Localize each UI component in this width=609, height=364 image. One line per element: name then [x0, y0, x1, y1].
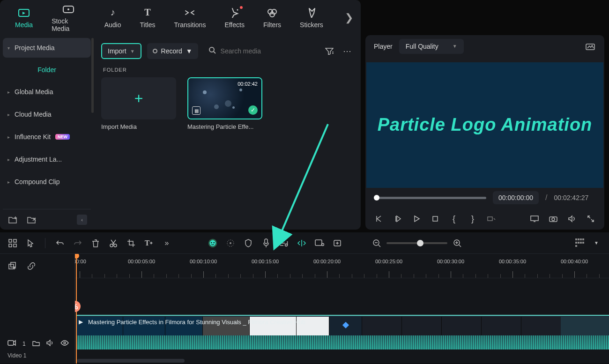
more-icon[interactable]: ⋯: [341, 45, 353, 57]
video-clip[interactable]: ▶ Mastering Particle Effects in Filmora …: [76, 315, 609, 349]
new-folder-icon[interactable]: [7, 214, 19, 226]
mark-out-icon[interactable]: }: [468, 214, 478, 224]
player-viewport[interactable]: Particle Logo Animation: [366, 62, 603, 188]
ai-robot-icon[interactable]: [208, 238, 218, 248]
camera-icon[interactable]: [548, 214, 558, 224]
import-button[interactable]: Import ▼: [101, 43, 141, 59]
link-icon[interactable]: [26, 261, 37, 271]
fullscreen-icon[interactable]: [586, 214, 596, 224]
text-icon[interactable]: T✦: [144, 238, 154, 248]
redo-icon[interactable]: [73, 238, 83, 248]
split-icon[interactable]: [297, 238, 307, 248]
import-label: Import: [108, 47, 126, 55]
svg-rect-23: [14, 239, 16, 242]
progress-track[interactable]: [374, 197, 486, 199]
eye-icon[interactable]: [60, 340, 69, 347]
timeline-horizontal-scrollbar[interactable]: [77, 359, 185, 363]
delete-folder-icon[interactable]: [25, 214, 37, 226]
auto-enhance-icon[interactable]: [225, 238, 236, 248]
tab-label: Audio: [104, 21, 121, 29]
filter-icon[interactable]: [323, 45, 335, 57]
step-back-icon[interactable]: [393, 214, 403, 224]
mute-icon[interactable]: [46, 340, 54, 348]
collapse-sidebar-button[interactable]: ‹: [77, 215, 87, 225]
track-options-icon[interactable]: ▼: [591, 238, 602, 248]
markers-icon[interactable]: [486, 214, 497, 224]
sidebar-item-compound-clip[interactable]: ▸ Compound Clip: [3, 172, 91, 192]
thumbnail-row: + Import Media 00:02:42 ▦: [101, 77, 353, 130]
sidebar-item-project-media[interactable]: ▾ Project Media: [3, 38, 91, 58]
tab-label: Effects: [224, 21, 245, 29]
track-view-icon[interactable]: [575, 238, 585, 248]
sidebar-item-label: Project Media: [15, 44, 55, 52]
microphone-icon[interactable]: [261, 238, 271, 248]
current-timecode[interactable]: 00:00:00:00: [493, 191, 539, 204]
import-card[interactable]: + Import Media: [101, 77, 176, 130]
sidebar-item-influence-kit[interactable]: ▸ Influence Kit NEW: [3, 127, 91, 147]
snapshot-icon[interactable]: [585, 41, 596, 52]
display-icon[interactable]: [529, 214, 540, 224]
zoom-out-icon[interactable]: [371, 238, 382, 248]
audio-icon: ♪: [107, 7, 119, 18]
caret-icon: ▸: [7, 112, 10, 117]
svg-rect-41: [315, 240, 322, 245]
tab-stock-media[interactable]: Stock Media: [52, 3, 86, 32]
screen-record-icon[interactable]: [314, 238, 325, 248]
media-card[interactable]: 00:02:42 ▦ ✓ Mastering Particle Effe...: [187, 77, 262, 130]
tab-audio[interactable]: ♪ Audio: [104, 7, 121, 29]
search-input[interactable]: [221, 47, 291, 55]
caret-icon: ▸: [7, 134, 10, 140]
titles-icon: T: [142, 7, 153, 18]
tab-stickers[interactable]: Stickers: [300, 7, 323, 29]
shield-icon[interactable]: [243, 238, 253, 248]
trash-icon[interactable]: [90, 238, 101, 248]
ruler-label: 00:00:15:00: [252, 259, 279, 264]
timeline-tracks[interactable]: 00:0000:00:05:0000:00:10:0000:00:15:0000…: [75, 254, 609, 364]
crop-icon[interactable]: [126, 238, 136, 248]
cut-icon[interactable]: [108, 238, 119, 248]
music-list-icon[interactable]: [279, 238, 289, 248]
folder-heading: FOLDER: [103, 67, 353, 73]
sidebar-item-label: Adjustment La...: [15, 156, 62, 163]
folder-small-icon[interactable]: [32, 340, 40, 348]
zoom-slider[interactable]: [386, 242, 447, 244]
timeline-ruler[interactable]: 00:0000:00:05:0000:00:10:0000:00:15:0000…: [75, 254, 609, 278]
more-tools-icon[interactable]: »: [162, 238, 172, 248]
top-tabs: Media Stock Media ♪ Audio T Titles Trans…: [0, 0, 361, 35]
mark-in-icon[interactable]: {: [449, 214, 459, 224]
prev-frame-icon[interactable]: [374, 214, 384, 224]
scene-cut-icon[interactable]: [75, 301, 81, 312]
duplicate-icon[interactable]: [7, 261, 18, 271]
sidebar-item-global-media[interactable]: ▸ Global Media: [3, 82, 91, 102]
tab-titles[interactable]: T Titles: [140, 7, 156, 29]
zoom-in-icon[interactable]: [452, 238, 462, 248]
clip-play-icon: ▶: [79, 319, 83, 325]
record-button[interactable]: Record ▼: [147, 43, 198, 59]
svg-rect-53: [9, 264, 14, 269]
ruler-label: 00:00:05:00: [128, 259, 155, 264]
play-icon[interactable]: [411, 214, 422, 224]
tab-filters[interactable]: Filters: [263, 7, 281, 29]
quality-dropdown[interactable]: Full Quality ▼: [399, 39, 464, 54]
more-tabs-button[interactable]: ❯: [342, 10, 356, 25]
volume-icon[interactable]: [567, 214, 577, 224]
sidebar-item-folder[interactable]: Folder: [3, 60, 91, 79]
track-label: Video 1: [7, 352, 67, 359]
thumb-duration: 00:02:42: [238, 81, 258, 87]
sidebar-item-adjustment-layer[interactable]: ▸ Adjustment La...: [3, 149, 91, 169]
svg-rect-57: [8, 341, 14, 345]
progress-knob[interactable]: [374, 195, 379, 201]
svg-rect-54: [11, 262, 15, 267]
tab-transitions[interactable]: Transitions: [174, 7, 206, 29]
panel-layout-icon[interactable]: [7, 238, 18, 248]
zoom-knob[interactable]: [417, 240, 423, 246]
add-keyframe-icon[interactable]: [332, 238, 342, 248]
pointer-icon[interactable]: [25, 238, 36, 248]
clip-type-icon: ▦: [192, 106, 201, 115]
sidebar-item-cloud-media[interactable]: ▸ Cloud Media: [3, 104, 91, 124]
tab-effects[interactable]: Effects: [224, 7, 245, 29]
caret-icon: ▸: [7, 89, 10, 95]
tab-media[interactable]: Media: [15, 7, 33, 29]
undo-icon[interactable]: [55, 238, 65, 248]
stop-icon[interactable]: [430, 214, 440, 224]
